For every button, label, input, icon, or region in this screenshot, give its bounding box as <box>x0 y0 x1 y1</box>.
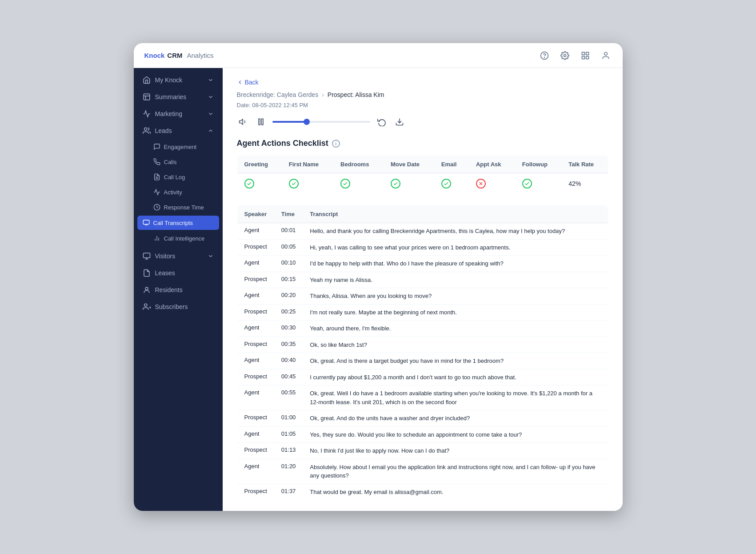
sidebar-item-activity[interactable]: Activity <box>134 185 223 200</box>
breadcrumb-separator: › <box>322 91 324 98</box>
svg-rect-27 <box>259 119 260 124</box>
check-green-bedrooms <box>340 179 350 189</box>
col-first-name: First Name <box>282 156 333 173</box>
col-appt-ask: Appt Ask <box>469 156 515 173</box>
check-green-email <box>441 179 451 189</box>
sidebar-item-my-knock[interactable]: My Knock <box>134 72 223 88</box>
transcript-text: Ok, great. Well I do have a 1 bedroom av… <box>303 385 608 410</box>
svg-point-7 <box>604 52 607 55</box>
transcript-text: Yeah my name is Alissa. <box>303 272 608 288</box>
val-bedrooms <box>333 173 384 194</box>
svg-rect-5 <box>582 56 584 59</box>
svg-marker-26 <box>239 119 243 124</box>
transcript-text: That would be great. My email is alissa@… <box>303 484 608 500</box>
transcript-text: Ok, so like March 1st? <box>303 337 608 353</box>
sidebar-item-leases[interactable]: Leases <box>134 265 223 281</box>
brand: Knock CRM Analytics <box>144 52 214 59</box>
svg-rect-28 <box>261 119 263 124</box>
checklist-info-icon[interactable]: i <box>332 140 340 148</box>
time-cell: 00:30 <box>274 321 303 337</box>
speaker-cell: Prospect <box>237 443 274 459</box>
col-email: Email <box>434 156 469 173</box>
user-icon[interactable] <box>600 49 612 62</box>
sidebar-item-call-log[interactable]: Call Log <box>134 169 223 185</box>
grid-icon[interactable] <box>579 49 592 62</box>
val-talk-rate: 42% <box>561 173 608 194</box>
transcript-text: No, I think I'd just like to apply now. … <box>303 443 608 459</box>
val-email <box>434 173 469 194</box>
transcript-text: Yeah, around there, I'm flexible. <box>303 321 608 337</box>
table-row: Agent 01:20 Absolutely. How about I emai… <box>237 459 608 484</box>
date-info: Date: 08-05-2022 12:45 PM <box>237 102 608 108</box>
settings-icon[interactable] <box>559 49 571 62</box>
time-cell: 00:20 <box>274 288 303 305</box>
replay-icon[interactable] <box>376 116 388 128</box>
val-greeting <box>237 173 282 194</box>
time-cell: 00:45 <box>274 369 303 385</box>
back-link[interactable]: Back <box>237 79 608 86</box>
sidebar-item-engagement[interactable]: Engagement <box>134 139 223 154</box>
download-icon[interactable] <box>393 116 406 128</box>
transcript-text: Thanks, Alissa. When are you looking to … <box>303 288 608 305</box>
speaker-cell: Prospect <box>237 272 274 288</box>
audio-player <box>237 116 608 128</box>
checklist-title: Agent Actions Checklist i <box>237 139 608 148</box>
time-cell: 00:05 <box>274 239 303 256</box>
svg-rect-4 <box>586 52 588 55</box>
table-row: Agent 00:01 Hello, and thank you for cal… <box>237 223 608 240</box>
sidebar-item-subscribers[interactable]: Subscribers <box>134 298 223 315</box>
sidebar-item-marketing[interactable]: Marketing <box>134 105 223 122</box>
col-speaker: Speaker <box>237 205 274 223</box>
table-row: Agent 00:20 Thanks, Alissa. When are you… <box>237 288 608 305</box>
table-row: Prospect 00:05 Hi, yeah, I was calling t… <box>237 239 608 256</box>
time-cell: 00:35 <box>274 337 303 353</box>
col-move-date: Move Date <box>384 156 434 173</box>
breadcrumb-current: Prospect: Alissa Kim <box>328 91 384 98</box>
check-red-appt-ask <box>476 179 486 189</box>
svg-point-22 <box>145 287 148 290</box>
transcript-text: Ok, great. And is there a target budget … <box>303 353 608 369</box>
table-row: Prospect 00:25 I'm not really sure. Mayb… <box>237 304 608 321</box>
sidebar-item-call-intelligence[interactable]: Call Intelligence <box>134 231 223 246</box>
top-bar-icons <box>538 49 612 62</box>
col-transcript: Transcript <box>303 205 608 223</box>
col-time: Time <box>274 205 303 223</box>
transcript-text: Yes, they sure do. Would you like to sch… <box>303 426 608 443</box>
checklist-row: 42% <box>237 173 608 194</box>
sidebar-item-calls[interactable]: Calls <box>134 154 223 169</box>
svg-rect-6 <box>586 56 588 59</box>
sidebar-item-residents[interactable]: Residents <box>134 281 223 298</box>
transcript-text: I currently pay about $1,200 a month and… <box>303 369 608 385</box>
svg-rect-3 <box>582 52 584 55</box>
sidebar-item-call-transcripts[interactable]: Call Transcripts <box>137 216 219 230</box>
svg-point-2 <box>564 54 566 56</box>
brand-analytics: Analytics <box>187 52 214 59</box>
table-row: Agent 00:55 Ok, great. Well I do have a … <box>237 385 608 410</box>
brand-knock: Knock <box>144 52 165 59</box>
sidebar-item-visitors[interactable]: Visitors <box>134 248 223 265</box>
sidebar: My Knock Summaries Marketing Leads <box>134 68 223 511</box>
sidebar-item-leads[interactable]: Leads <box>134 122 223 139</box>
transcript-table: Speaker Time Transcript Agent 00:01 Hell… <box>237 205 608 500</box>
speaker-cell: Agent <box>237 459 274 484</box>
val-followup <box>515 173 561 194</box>
transcript-text: I'd be happy to help with that. Who do I… <box>303 256 608 272</box>
svg-rect-8 <box>144 94 150 100</box>
volume-icon[interactable] <box>237 116 249 128</box>
table-row: Agent 00:40 Ok, great. And is there a ta… <box>237 353 608 369</box>
check-green-move-date <box>391 179 400 189</box>
audio-progress-bar[interactable] <box>272 121 370 123</box>
table-row: Agent 00:30 Yeah, around there, I'm flex… <box>237 321 608 337</box>
speaker-cell: Agent <box>237 256 274 272</box>
breadcrumb: Breckenridge: Caylea Gerdes › Prospect: … <box>237 91 608 98</box>
time-cell: 00:10 <box>274 256 303 272</box>
speaker-cell: Agent <box>237 223 274 240</box>
val-first-name <box>282 173 333 194</box>
val-move-date <box>384 173 434 194</box>
sidebar-item-response-time[interactable]: Response Time <box>134 200 223 215</box>
pause-button[interactable] <box>255 116 267 128</box>
help-icon[interactable] <box>538 49 551 62</box>
check-green-followup <box>522 179 532 189</box>
top-bar: Knock CRM Analytics <box>134 43 623 68</box>
sidebar-item-summaries[interactable]: Summaries <box>134 88 223 105</box>
